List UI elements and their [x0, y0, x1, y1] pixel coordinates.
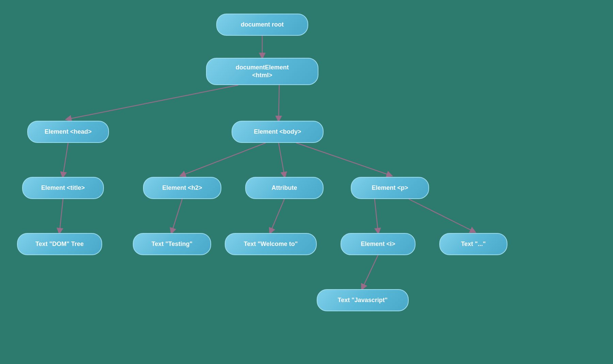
node-attribute: Attribute	[245, 177, 324, 199]
node-element-body: Element <body>	[232, 121, 324, 143]
svg-line-3	[63, 143, 68, 175]
svg-line-1	[68, 85, 238, 119]
node-element-p: Element <p>	[351, 177, 429, 199]
svg-line-6	[279, 143, 284, 175]
node-document-root: document root	[216, 14, 308, 36]
svg-line-5	[182, 143, 266, 175]
svg-line-11	[409, 199, 473, 231]
svg-line-8	[172, 199, 182, 231]
node-element-i: Element <i>	[341, 233, 415, 255]
svg-line-10	[375, 199, 378, 231]
node-text-testing: Text "Testing"	[133, 233, 211, 255]
node-text-welcome: Text "Welcome to"	[225, 233, 317, 255]
node-document-element: documentElement<html>	[206, 58, 318, 85]
dom-tree-diagram: document root documentElement<html> Elem…	[0, 0, 613, 364]
svg-line-2	[279, 85, 279, 119]
svg-line-7	[296, 143, 390, 175]
svg-line-12	[363, 255, 378, 287]
node-text-dom: Text "DOM" Tree	[17, 233, 102, 255]
node-text-ellipsis: Text "..."	[439, 233, 507, 255]
node-element-title: Element <title>	[22, 177, 104, 199]
node-element-head: Element <head>	[27, 121, 109, 143]
node-text-javascript: Text "Javascript"	[317, 289, 409, 311]
svg-line-4	[60, 199, 63, 231]
node-element-h2: Element <h2>	[143, 177, 221, 199]
svg-line-9	[271, 199, 284, 231]
